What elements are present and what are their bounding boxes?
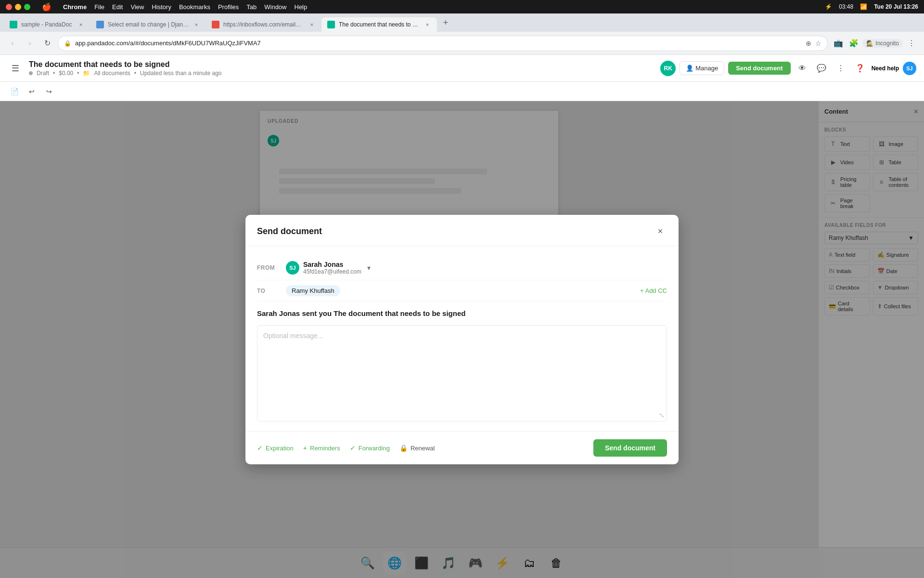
from-row: FROM SJ Sarah Jonas 45fd1ea7@uifeed.com … [257,256,667,280]
manage-people-icon: 👤 [686,65,693,72]
tab-pandadoc[interactable]: sample - PandaDoc × [4,17,90,32]
from-name: Sarah Jonas [303,261,361,268]
chrome-right-icons: 📺 🧩 🕵 Incognito ⋮ [832,37,918,50]
forwarding-label: Forwarding [359,445,390,452]
menubar-right: ⚡ 03:48 📶 Tue 20 Jul 13:26 [825,3,918,10]
tab-favicon-inboxflows [212,21,219,28]
menu-edit[interactable]: Edit [112,3,123,11]
wifi-icon: 📶 [860,3,867,10]
expiration-option[interactable]: ✓ Expiration [257,444,294,452]
undo-button[interactable]: ↩ [25,85,38,98]
apple-menu[interactable]: 🍎 [42,2,51,12]
updated-time: Updated less than a minute ago [140,70,221,77]
tab-django[interactable]: Select email to change | Djang... × [90,17,206,32]
tab-inboxflows[interactable]: https://inboxflows.com/emails/... × [206,17,321,32]
menu-tab[interactable]: Tab [246,3,257,11]
menu-window[interactable]: Window [264,3,286,11]
minimize-button[interactable] [15,4,21,10]
tab-close-active[interactable]: × [424,21,431,28]
app-toolbar: 📄 ↩ ↪ [0,82,924,101]
extensions-btn[interactable]: 🧩 [847,37,860,50]
menu-bookmarks[interactable]: Bookmarks [179,3,210,11]
back-button[interactable]: ‹ [6,37,19,50]
need-help-text[interactable]: Need help [872,65,899,72]
reload-button[interactable]: ↻ [40,37,54,50]
to-label: TO [257,288,286,294]
forward-button[interactable]: › [23,37,37,50]
manage-button[interactable]: 👤 Manage [680,61,724,75]
resize-handle[interactable]: ⤡ [659,411,665,419]
chrome-menu-btn[interactable]: ⋮ [905,37,918,50]
tab-close-django[interactable]: × [192,21,200,28]
new-tab-button[interactable]: + [439,16,452,29]
from-label: FROM [257,264,286,271]
to-value: Ramy Khuffash [286,285,640,296]
reminders-label: Reminders [310,445,340,452]
incognito-icon: 🕵 [866,40,873,47]
reminders-option[interactable]: + Reminders [303,444,340,452]
cast-icon[interactable]: 📺 [832,37,845,50]
menu-view[interactable]: View [130,3,144,11]
star-icon[interactable]: ☆ [815,39,821,47]
app-layout: ☰ The document that needs to be signed D… [0,55,924,578]
redo-button[interactable]: ↪ [42,85,56,98]
menu-history[interactable]: History [152,3,171,11]
hamburger-menu[interactable]: ☰ [8,61,23,76]
expiration-label: Expiration [266,445,294,452]
user-avatar-rk: RK [660,61,676,76]
status-indicator [29,71,33,75]
tab-title-active: The document that needs to b... [339,21,420,28]
extensions-icon[interactable]: ⊕ [806,39,811,47]
maximize-button[interactable] [24,4,30,10]
menu-help[interactable]: Help [295,3,308,11]
renewal-label: Renewal [411,445,435,452]
tab-bar: sample - PandaDoc × Select email to chan… [0,13,924,32]
document-title: The document that needs to be signed [29,60,654,69]
menubar-left: 🍎 Chrome File Edit View History Bookmark… [6,2,307,12]
url-text[interactable]: app.pandadoc.com/a/#/documents/dMkF6UDU7… [75,39,802,47]
message-box[interactable]: Optional message... ⤡ [257,325,667,421]
forwarding-option[interactable]: ✓ Forwarding [350,444,390,452]
question-icon-btn[interactable]: ❓ [852,61,868,76]
tab-title-inboxflows: https://inboxflows.com/emails/... [223,21,304,28]
current-user-avatar: SJ [903,62,916,75]
menu-file[interactable]: File [94,3,104,11]
send-document-modal: Send document × FROM SJ Sarah Jonas 45fd… [245,215,679,464]
comment-icon-btn[interactable]: 💬 [814,61,829,76]
address-bar-container: ‹ › ↻ 🔒 app.pandadoc.com/a/#/documents/d… [0,32,924,55]
tab-pandadoc-active[interactable]: The document that needs to b... × [321,17,437,32]
from-email: 45fd1ea7@uifeed.com [303,268,361,275]
send-document-modal-button[interactable]: Send document [593,439,667,457]
modal-body: FROM SJ Sarah Jonas 45fd1ea7@uifeed.com … [245,246,679,431]
tab-close-inboxflows[interactable]: × [308,21,316,28]
document-meta: Draft • $0.00 • 📁 All documents • Update… [29,70,654,77]
modal-overlay[interactable]: Send document × FROM SJ Sarah Jonas 45fd… [0,101,924,578]
clock: Tue 20 Jul 13:26 [874,3,918,10]
add-cc-label: + Add CC [640,287,667,294]
lock-icon: 🔒 [64,40,71,47]
message-placeholder: Optional message... [263,332,323,340]
app-name[interactable]: Chrome [63,3,87,11]
from-value: SJ Sarah Jonas 45fd1ea7@uifeed.com ▾ [286,261,667,275]
send-document-header-button[interactable]: Send document [728,62,791,75]
tab-close-pandadoc[interactable]: × [77,21,85,28]
menubar: 🍎 Chrome File Edit View History Bookmark… [0,0,924,13]
more-options-btn[interactable]: ⋮ [833,61,848,76]
renewal-option[interactable]: 🔒 Renewal [399,444,435,452]
menu-profiles[interactable]: Profiles [218,3,239,11]
tab-favicon-pandadoc [10,21,17,28]
battery-icon: ⚡ [825,3,832,10]
from-dropdown-arrow[interactable]: ▾ [367,264,371,272]
url-bar[interactable]: 🔒 app.pandadoc.com/a/#/documents/dMkF6UD… [58,36,828,51]
view-icon-btn[interactable]: 👁 [795,61,810,76]
modal-close-button[interactable]: × [654,224,667,238]
location: All documents [94,70,130,77]
modal-title: Send document [257,226,322,236]
close-button[interactable] [6,4,12,10]
page-icon-btn[interactable]: 📄 [8,85,21,98]
tab-favicon-active [327,21,335,28]
to-row: TO Ramy Khuffash + Add CC [257,280,667,302]
draft-status: Draft [37,70,49,77]
add-cc-button[interactable]: + Add CC [640,287,667,294]
battery-time: 03:48 [839,3,853,10]
